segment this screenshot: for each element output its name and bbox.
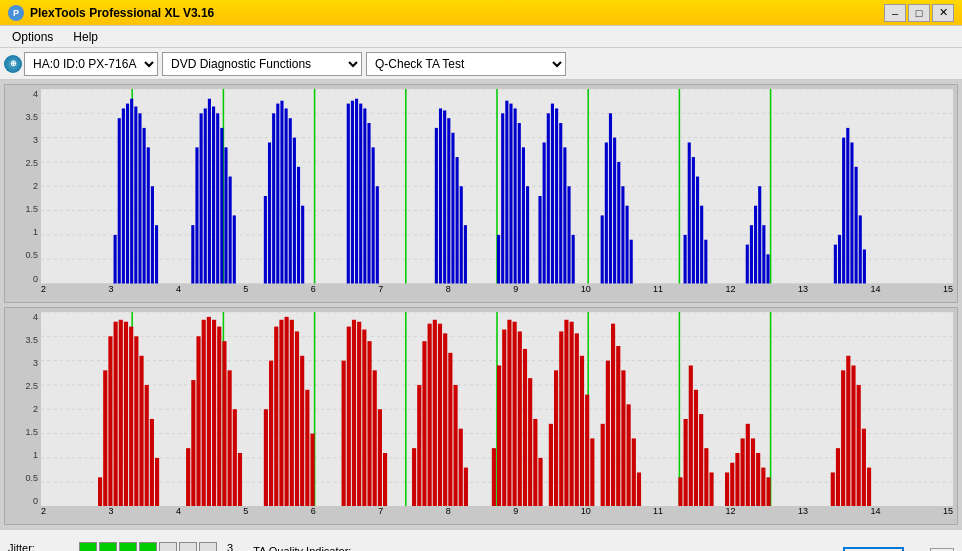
svg-rect-164 xyxy=(362,329,366,506)
svg-rect-206 xyxy=(637,472,641,506)
svg-rect-26 xyxy=(151,186,154,283)
jitter-seg-7 xyxy=(199,542,217,552)
svg-rect-57 xyxy=(435,128,438,284)
jitter-seg-4 xyxy=(139,542,157,552)
svg-rect-109 xyxy=(863,249,866,283)
svg-rect-44 xyxy=(285,108,288,283)
minimize-button[interactable]: – xyxy=(884,4,906,22)
svg-rect-29 xyxy=(195,147,198,283)
svg-rect-162 xyxy=(352,319,356,506)
jitter-seg-1 xyxy=(79,542,97,552)
svg-rect-158 xyxy=(305,389,309,506)
window-controls: – □ ✕ xyxy=(884,4,954,22)
svg-rect-93 xyxy=(696,177,699,284)
menu-options[interactable]: Options xyxy=(4,28,61,46)
svg-rect-149 xyxy=(238,453,242,506)
svg-rect-140 xyxy=(191,380,195,506)
svg-rect-35 xyxy=(220,128,223,284)
svg-rect-191 xyxy=(554,370,558,506)
info-button[interactable]: i xyxy=(930,548,954,552)
svg-rect-218 xyxy=(746,423,750,506)
svg-rect-46 xyxy=(293,138,296,284)
svg-rect-88 xyxy=(626,206,629,284)
svg-rect-129 xyxy=(108,336,112,506)
svg-rect-229 xyxy=(862,428,866,506)
svg-rect-132 xyxy=(124,321,128,506)
svg-rect-156 xyxy=(295,331,299,506)
function-dropdown[interactable]: DVD Diagnostic Functions xyxy=(162,52,362,76)
svg-rect-160 xyxy=(342,360,346,506)
svg-rect-145 xyxy=(217,326,221,506)
main-content: 4 3.5 3 2.5 2 1.5 1 0.5 0 xyxy=(0,80,962,529)
svg-rect-230 xyxy=(867,467,871,506)
jitter-value: 3 xyxy=(227,542,233,552)
svg-rect-195 xyxy=(575,333,579,506)
svg-rect-55 xyxy=(372,147,375,283)
svg-rect-69 xyxy=(514,108,517,283)
svg-rect-144 xyxy=(212,319,216,506)
svg-rect-94 xyxy=(700,206,703,284)
svg-rect-101 xyxy=(766,254,769,283)
svg-rect-80 xyxy=(567,186,570,283)
title-bar: P PlexTools Professional XL V3.16 – □ ✕ xyxy=(0,0,962,26)
svg-rect-174 xyxy=(438,323,442,506)
svg-rect-85 xyxy=(613,138,616,284)
svg-rect-36 xyxy=(224,147,227,283)
restore-button[interactable]: □ xyxy=(908,4,930,22)
menu-help[interactable]: Help xyxy=(65,28,106,46)
svg-rect-219 xyxy=(751,438,755,506)
svg-rect-33 xyxy=(212,107,215,284)
svg-rect-66 xyxy=(501,113,504,283)
svg-rect-76 xyxy=(551,104,554,284)
svg-rect-151 xyxy=(269,360,273,506)
svg-rect-128 xyxy=(103,370,107,506)
svg-rect-22 xyxy=(134,107,137,284)
svg-rect-169 xyxy=(412,448,416,506)
svg-rect-190 xyxy=(549,423,553,506)
svg-rect-147 xyxy=(228,370,232,506)
svg-rect-61 xyxy=(451,133,454,284)
svg-rect-38 xyxy=(233,215,236,283)
svg-rect-28 xyxy=(191,225,194,283)
drive-selector: ⊕ HA:0 ID:0 PX-716A xyxy=(4,52,158,76)
svg-rect-89 xyxy=(630,240,633,284)
svg-rect-95 xyxy=(704,240,707,284)
start-button[interactable]: Start xyxy=(843,547,904,552)
svg-rect-189 xyxy=(538,457,542,506)
svg-rect-170 xyxy=(417,384,421,506)
svg-rect-221 xyxy=(761,467,765,506)
top-chart-container: 4 3.5 3 2.5 2 1.5 1 0.5 0 xyxy=(4,84,958,303)
svg-rect-51 xyxy=(355,99,358,284)
svg-rect-200 xyxy=(606,360,610,506)
drive-dropdown[interactable]: HA:0 ID:0 PX-716A xyxy=(24,52,158,76)
svg-rect-173 xyxy=(433,319,437,506)
svg-rect-225 xyxy=(841,370,845,506)
svg-rect-39 xyxy=(264,196,267,284)
top-chart-y-axis: 4 3.5 3 2.5 2 1.5 1 0.5 0 xyxy=(5,89,41,284)
svg-rect-21 xyxy=(130,99,133,284)
bottom-chart-y-axis: 4 3.5 3 2.5 2 1.5 1 0.5 0 xyxy=(5,312,41,507)
top-chart-svg xyxy=(41,89,953,284)
svg-rect-194 xyxy=(570,321,574,506)
svg-rect-96 xyxy=(746,245,749,284)
menu-bar: Options Help xyxy=(0,26,962,48)
svg-rect-166 xyxy=(373,370,377,506)
svg-rect-54 xyxy=(367,123,370,283)
svg-rect-180 xyxy=(492,448,496,506)
svg-rect-212 xyxy=(704,448,708,506)
svg-rect-103 xyxy=(838,235,841,284)
svg-rect-60 xyxy=(447,118,450,283)
test-dropdown[interactable]: Q-Check TA Test xyxy=(366,52,566,76)
svg-rect-62 xyxy=(456,157,459,283)
svg-rect-161 xyxy=(347,326,351,506)
svg-rect-47 xyxy=(297,167,300,284)
svg-rect-203 xyxy=(621,370,625,506)
jitter-seg-5 xyxy=(159,542,177,552)
svg-rect-188 xyxy=(533,418,537,506)
svg-rect-168 xyxy=(383,453,387,506)
svg-rect-187 xyxy=(528,378,532,506)
svg-rect-141 xyxy=(196,336,200,506)
close-button[interactable]: ✕ xyxy=(932,4,954,22)
svg-rect-192 xyxy=(559,331,563,506)
svg-rect-67 xyxy=(505,101,508,284)
